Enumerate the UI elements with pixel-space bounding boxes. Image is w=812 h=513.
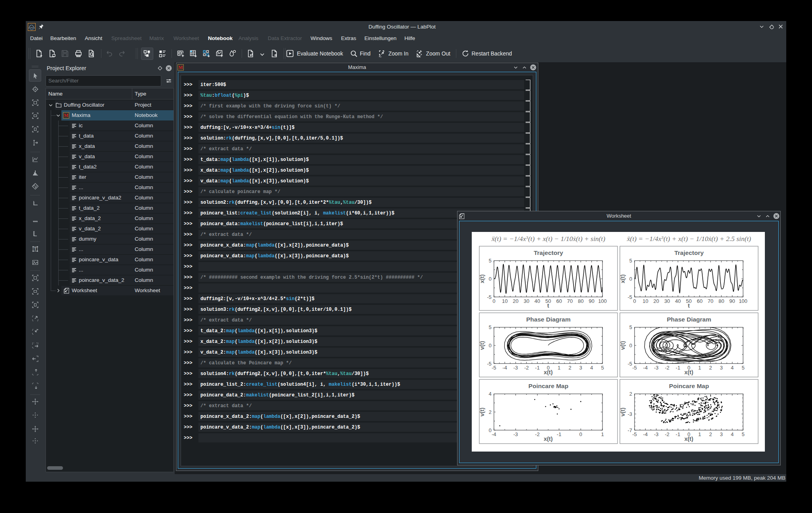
svg-text:1: 1 — [698, 431, 701, 437]
svg-text:80: 80 — [578, 298, 583, 304]
svg-text:5: 5 — [741, 431, 744, 437]
svg-text:v(t): v(t) — [619, 341, 626, 350]
svg-text:Phase Diagram: Phase Diagram — [526, 316, 571, 323]
svg-text:2: 2 — [709, 365, 712, 371]
svg-text:v(t): v(t) — [479, 341, 485, 350]
svg-text:4: 4 — [731, 431, 734, 437]
svg-text:-2: -2 — [535, 431, 540, 437]
svg-text:-3: -3 — [654, 365, 659, 371]
svg-text:-5: -5 — [632, 365, 637, 371]
svg-text:20: 20 — [654, 298, 659, 304]
svg-text:4: 4 — [590, 365, 593, 371]
svg-text:-5: -5 — [627, 294, 632, 300]
svg-text:70: 70 — [567, 298, 573, 304]
svg-text:Poincare Map: Poincare Map — [528, 383, 568, 389]
svg-text:30: 30 — [664, 298, 670, 304]
svg-text:5: 5 — [489, 258, 492, 264]
svg-text:-2: -2 — [665, 431, 669, 437]
svg-text:x(t): x(t) — [544, 436, 553, 442]
svg-text:2: 2 — [709, 431, 712, 437]
svg-text:T: T — [34, 247, 36, 251]
svg-text:-1: -1 — [676, 365, 680, 371]
svg-text:-1: -1 — [676, 431, 680, 437]
svg-text:0: 0 — [629, 343, 632, 348]
svg-text:-4: -4 — [503, 365, 507, 371]
svg-text:-7: -7 — [627, 427, 632, 433]
svg-text:x(t): x(t) — [684, 436, 694, 442]
svg-text:v(t): v(t) — [479, 408, 485, 417]
svg-text:0: 0 — [492, 298, 495, 304]
svg-text:5: 5 — [601, 365, 604, 371]
svg-text:-1: -1 — [557, 431, 562, 437]
svg-text:100: 100 — [739, 298, 747, 304]
svg-text:60: 60 — [556, 298, 562, 304]
svg-text:-5: -5 — [492, 365, 496, 371]
svg-text:t: t — [688, 302, 690, 309]
svg-text:20: 20 — [513, 298, 518, 304]
svg-text:3: 3 — [720, 365, 723, 371]
svg-text:-2: -2 — [665, 365, 669, 371]
svg-text:-1: -1 — [535, 365, 540, 371]
svg-text:-5: -5 — [627, 361, 632, 367]
svg-text:80: 80 — [719, 298, 724, 304]
svg-text:60: 60 — [697, 298, 702, 304]
svg-text:-5: -5 — [632, 431, 637, 437]
svg-text:ẍ(t) = −1/4x3(t) + x(t) − 1/1: ẍ(t) = −1/4x3(t) + x(t) − 1/10ẋ(t) + s… — [491, 235, 605, 243]
svg-text:2: 2 — [568, 365, 571, 371]
svg-text:-4: -4 — [492, 431, 496, 437]
svg-text:x(t): x(t) — [619, 274, 626, 283]
svg-text:Trajectory: Trajectory — [534, 249, 563, 256]
svg-text:Poincare Map: Poincare Map — [669, 383, 709, 389]
svg-text:30: 30 — [524, 298, 529, 304]
svg-text:t: t — [547, 302, 549, 309]
svg-text:5: 5 — [741, 365, 744, 371]
svg-text:0: 0 — [633, 298, 636, 304]
svg-text:2: 2 — [629, 391, 632, 397]
svg-text:-4: -4 — [643, 365, 648, 371]
svg-text:90: 90 — [589, 298, 594, 304]
svg-text:40: 40 — [675, 298, 680, 304]
svg-text:70: 70 — [708, 298, 713, 304]
svg-text:x(t): x(t) — [544, 369, 553, 375]
svg-text:3: 3 — [579, 365, 582, 371]
svg-text:5: 5 — [629, 258, 632, 264]
svg-text:4: 4 — [731, 365, 734, 371]
svg-text:-3: -3 — [513, 365, 518, 371]
svg-text:-4: -4 — [643, 431, 648, 437]
svg-text:x(t): x(t) — [684, 369, 694, 375]
svg-text:100: 100 — [598, 298, 607, 304]
svg-text:0: 0 — [489, 343, 492, 348]
svg-text:ẍ(t) = −1/4x3(t) + x(t) − 1/1: ẍ(t) = −1/4x3(t) + x(t) − 1/10ẋ(t) + 2… — [627, 235, 751, 243]
svg-text:0: 0 — [579, 431, 582, 437]
svg-text:40: 40 — [534, 298, 540, 304]
svg-text:1: 1 — [558, 365, 560, 371]
svg-text:0: 0 — [489, 276, 492, 282]
svg-text:0: 0 — [489, 427, 492, 433]
svg-text:-2: -2 — [524, 365, 529, 371]
svg-text:-5: -5 — [487, 294, 492, 300]
svg-text:-5: -5 — [487, 361, 492, 367]
svg-text:5: 5 — [489, 324, 492, 330]
svg-text:v(t): v(t) — [619, 408, 626, 417]
svg-text:-3: -3 — [513, 431, 518, 437]
svg-text:x(t): x(t) — [479, 274, 485, 283]
svg-text:Trajectory: Trajectory — [674, 249, 703, 256]
svg-text:3: 3 — [720, 431, 723, 437]
svg-text:4: 4 — [489, 391, 492, 397]
svg-text:10: 10 — [502, 298, 507, 304]
svg-text:5: 5 — [629, 324, 632, 330]
svg-text:1: 1 — [698, 365, 701, 371]
svg-text:0: 0 — [629, 276, 632, 282]
svg-text:-3: -3 — [654, 431, 659, 437]
svg-text:90: 90 — [729, 298, 735, 304]
svg-text:-3: -3 — [627, 411, 632, 417]
svg-text:1: 1 — [601, 431, 604, 437]
svg-text:M: M — [64, 113, 68, 118]
svg-text:Phase Diagram: Phase Diagram — [667, 316, 711, 323]
svg-text:2: 2 — [489, 409, 492, 415]
svg-text:10: 10 — [642, 298, 648, 304]
